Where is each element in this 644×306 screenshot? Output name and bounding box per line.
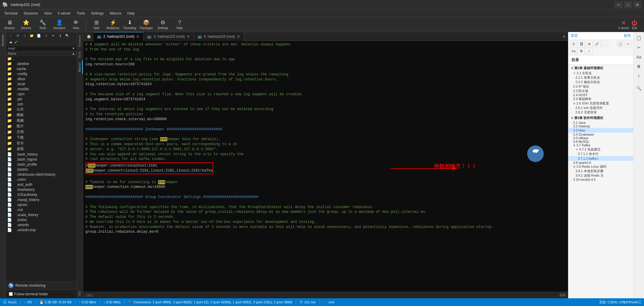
rt-table-btn[interactable]: ⊞ bbox=[586, 41, 593, 47]
toc-item[interactable]: 3.8 spark3.0 bbox=[568, 161, 633, 164]
ri-cut-btn[interactable]: ✂ bbox=[635, 43, 643, 52]
list-item[interactable]: 📁cache bbox=[6, 66, 77, 71]
tab-close-2[interactable]: ✕ bbox=[237, 34, 240, 39]
list-item[interactable]: 📄.bash_profile bbox=[6, 162, 77, 167]
fp-rename-btn[interactable]: ✏ bbox=[50, 33, 56, 39]
list-item[interactable]: 📄.viminfo bbox=[6, 222, 77, 227]
toc-item[interactable]: 2.6.1 ssh 连接另外 bbox=[568, 106, 633, 110]
tab-close-1[interactable]: ✕ bbox=[187, 34, 190, 39]
list-item[interactable]: 📁文档 bbox=[6, 129, 77, 135]
list-item[interactable]: 📁.pki bbox=[6, 96, 77, 102]
toc-item[interactable]: 3.9.1 本地安装步骤 bbox=[568, 169, 633, 173]
toolbar-session[interactable]: 🖥 Session bbox=[2, 18, 17, 31]
fp-filter-btn[interactable]: 🔍 bbox=[64, 33, 71, 39]
list-item[interactable]: 📄.ICEauthority bbox=[6, 192, 77, 197]
side-tab-sftp[interactable]: Sftp bbox=[77, 289, 83, 298]
toc-item[interactable]: ∨ 3.9 Redis Linux 源码 bbox=[568, 164, 633, 169]
toolbar-multiexec[interactable]: ⚡ MultiExec bbox=[105, 18, 121, 31]
toc-item[interactable]: ∨ 3.7.1 实战避坑 bbox=[568, 147, 633, 152]
toc-item[interactable]: 3.10 neo4j3.4.5 bbox=[568, 178, 633, 181]
fp-delete-btn[interactable]: ✕ bbox=[43, 33, 49, 39]
list-item[interactable]: 📁.config bbox=[6, 71, 77, 76]
terminal-tab-2[interactable]: 📺 4. hadoop103 (root) ✕ bbox=[194, 32, 244, 41]
exit-button[interactable]: ⏻ Exit bbox=[632, 20, 637, 30]
rt-img-btn[interactable]: 🖼 bbox=[578, 41, 585, 47]
toc-item[interactable]: 3.5 HBase bbox=[568, 136, 633, 140]
fp-home-btn[interactable]: ⌂ bbox=[21, 33, 28, 39]
menu-sessions[interactable]: Sessions bbox=[20, 11, 41, 16]
toc-item[interactable]: 3.2 Hadoop bbox=[568, 124, 633, 128]
list-item[interactable]: 📄.esd_auth bbox=[6, 182, 77, 187]
follow-checkbox-input[interactable] bbox=[9, 292, 13, 296]
list-item[interactable]: 📁桌面 bbox=[6, 146, 77, 152]
toc-item[interactable]: ∨ 2.1 主机名 bbox=[568, 71, 633, 75]
maximize-button[interactable]: □ bbox=[624, 1, 632, 8]
toc-item[interactable]: 2.6.2 无密登录 bbox=[568, 110, 633, 115]
rt-bold-btn[interactable]: B bbox=[578, 48, 585, 54]
rt-italic-btn[interactable]: I bbox=[586, 48, 593, 54]
toolbar-tools[interactable]: 🔧 Tools bbox=[35, 18, 50, 31]
rt-link-btn[interactable]: 🔗 bbox=[593, 41, 600, 47]
list-item[interactable]: 📁.local bbox=[6, 81, 77, 86]
toc-item-kafka-t[interactable]: 3.7.1.2 kafka t bbox=[568, 156, 633, 161]
toolbar-servers[interactable]: ⭐ Servers bbox=[18, 18, 34, 31]
list-item[interactable]: 📄.hivehistory bbox=[6, 187, 77, 192]
list-item[interactable]: 📁.ssh bbox=[6, 102, 77, 107]
toc-item[interactable]: 2.2.1 查看主机名 bbox=[568, 75, 633, 80]
list-item[interactable]: 📁公共 bbox=[6, 107, 77, 112]
menu-terminal[interactable]: Terminal bbox=[1, 11, 20, 16]
side-tab-sessions[interactable]: Sessions bbox=[77, 33, 83, 49]
nav-home[interactable]: 首页 bbox=[571, 33, 578, 38]
fp-hide-btn[interactable]: ◀ bbox=[7, 39, 14, 45]
list-item[interactable]: 📄.clickhouse-client-history bbox=[6, 172, 77, 177]
toolbar-packages[interactable]: 📦 Packages bbox=[139, 18, 154, 31]
list-item[interactable]: 📄.scala_history bbox=[6, 212, 77, 217]
ri-format-btn[interactable]: Aa bbox=[635, 53, 643, 61]
fp-properties-btn[interactable]: ℹ bbox=[57, 33, 63, 39]
terminal-tab-0[interactable]: 📺 2. hadoop101 (root) ✕ bbox=[93, 32, 144, 41]
list-item[interactable]: 📁.dbus bbox=[6, 76, 77, 81]
toolbar-settings[interactable]: ⚙ Settings bbox=[155, 18, 171, 31]
toolbar-sessions[interactable]: 👤 Sessions bbox=[52, 18, 67, 31]
side-tab-tools[interactable]: Tools bbox=[77, 50, 83, 60]
toc-item[interactable]: 3.4 Zookeeper bbox=[568, 133, 633, 136]
list-item[interactable]: 📄.bashrc bbox=[6, 167, 77, 172]
fp-refresh-btn[interactable]: ↺ bbox=[14, 33, 21, 39]
menu-help[interactable]: Help bbox=[124, 11, 138, 16]
menu-settings[interactable]: Settings bbox=[88, 11, 107, 16]
list-item[interactable]: 📁图片 bbox=[6, 123, 77, 129]
rt-format-btn[interactable]: Aa bbox=[570, 48, 577, 54]
tab-close-0[interactable]: ✕ bbox=[136, 34, 140, 39]
fp-up-btn[interactable]: ↑ bbox=[7, 33, 14, 39]
tab-overflow-btn[interactable]: ⊕ bbox=[560, 34, 568, 39]
terminal-home-btn[interactable]: 🏠 bbox=[84, 34, 93, 39]
toc-item[interactable]: 2.3 防火墙 bbox=[568, 89, 633, 93]
toc-item[interactable]: ∨ 3.7 Kafka bbox=[568, 143, 633, 147]
menu-macros[interactable]: Macros bbox=[107, 11, 124, 16]
fp-new-folder-btn[interactable]: 📁 bbox=[28, 33, 35, 39]
list-item[interactable]: 📁视频 bbox=[6, 118, 77, 123]
rt-more-btn[interactable]: … bbox=[601, 41, 608, 47]
toc-item[interactable]: 3.9.2 连接 Redis 主 bbox=[568, 173, 633, 178]
ri-italic-btn[interactable]: I bbox=[635, 72, 643, 80]
sessions-tab[interactable]: Sessions bbox=[1, 32, 5, 49]
remote-monitoring-btn[interactable]: 📡 Remote monitoring bbox=[6, 281, 77, 289]
follow-terminal-folder-checkbox[interactable]: Follow terminal folder bbox=[9, 292, 48, 296]
minimize-button[interactable]: ─ bbox=[614, 1, 623, 8]
list-item[interactable]: 📄.mysql_history bbox=[6, 197, 77, 202]
list-item[interactable]: 📁下载 bbox=[6, 135, 77, 140]
menu-view[interactable]: View bbox=[41, 11, 55, 16]
list-item[interactable]: 📁模板 bbox=[6, 112, 77, 118]
list-item[interactable]: 📁.. bbox=[6, 56, 77, 61]
toc-item[interactable]: 2.4 HOST bbox=[568, 93, 633, 97]
toc-item[interactable]: ∨ 2.6 SSH 无密登录配置 bbox=[568, 101, 633, 106]
toc-item[interactable]: 2.2 IP 地址 bbox=[568, 84, 633, 89]
rt-cut-btn[interactable]: ✂ bbox=[624, 41, 632, 47]
fp-new-file-btn[interactable]: 📄 bbox=[36, 33, 42, 39]
toolbar-split[interactable]: ⊞ Split bbox=[89, 18, 104, 31]
ri-img-btn[interactable]: 🔍 bbox=[635, 84, 643, 92]
toc-item[interactable]: 3.6 MySQL bbox=[568, 140, 633, 143]
ri-bold-btn[interactable]: B bbox=[635, 62, 643, 71]
menu-tools[interactable]: Tools bbox=[74, 11, 88, 16]
rt-menu-btn[interactable]: ☰ bbox=[570, 41, 577, 47]
